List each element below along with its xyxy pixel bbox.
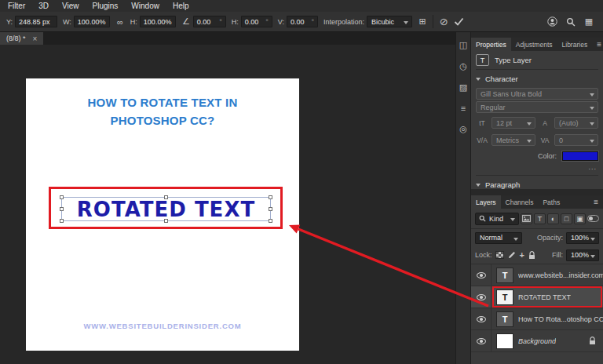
chevron-down-icon	[476, 184, 481, 187]
rotation-input[interactable]: 0.00°	[193, 16, 226, 27]
rotated-text[interactable]: ROTATED TEXT	[77, 198, 255, 221]
more-options-button[interactable]: ...	[588, 163, 597, 171]
transform-handle-middle-right[interactable]	[269, 207, 272, 211]
type-layer-icon: T	[476, 54, 489, 66]
skew-v-group: V: 0.00°	[278, 16, 318, 27]
hatched-square-panel-icon[interactable]: ▨	[459, 82, 467, 93]
character-title: Character	[485, 75, 518, 83]
transform-handle-bottom-right[interactable]	[269, 219, 272, 223]
filter-toggle-switch[interactable]	[587, 215, 599, 222]
type-layer-thumbnail[interactable]: T	[497, 268, 513, 282]
list-lines-panel-icon[interactable]: ≡	[461, 104, 466, 113]
cancel-transform-icon[interactable]: ⊘	[439, 16, 448, 27]
text-color-swatch[interactable]	[562, 151, 598, 161]
skew-h-input[interactable]: 0.00°	[241, 16, 272, 27]
w-label: W:	[63, 18, 71, 26]
height-input[interactable]: 100.00%	[140, 16, 176, 27]
eye-cell[interactable]	[471, 308, 492, 329]
target-circle-panel-icon[interactable]: ◎	[459, 124, 467, 134]
layer-row-rotated-text[interactable]: T ROTATED TEXT	[471, 286, 603, 308]
font-style-select[interactable]: Regular	[476, 101, 598, 113]
background-layer-thumbnail[interactable]	[497, 334, 513, 348]
tab-adjustments[interactable]: Adjustments	[511, 38, 557, 51]
paragraph-section-header[interactable]: Paragraph	[476, 177, 598, 189]
history-clock-icon[interactable]: ◷	[459, 61, 467, 71]
tab-paths[interactable]: Paths	[538, 195, 565, 209]
font-size-select[interactable]: 12 pt	[492, 117, 535, 129]
opacity-select[interactable]: 100%	[566, 232, 599, 244]
tab-layers[interactable]: Layers	[471, 195, 501, 209]
tab-channels[interactable]: Channels	[501, 195, 539, 209]
menu-plugins[interactable]: Plugins	[93, 2, 119, 10]
transform-handle-bottom-center[interactable]	[164, 219, 168, 223]
skew-v-input[interactable]: 0.00°	[287, 16, 318, 27]
type-layer-thumbnail[interactable]: T	[497, 312, 513, 326]
background-lock-icon[interactable]	[589, 337, 596, 345]
opacity-label: Opacity:	[537, 234, 563, 242]
menu-view[interactable]: View	[62, 2, 79, 10]
menu-3d[interactable]: 3D	[38, 2, 49, 10]
width-input[interactable]: 100.00%	[74, 16, 110, 27]
rotation-angle-icon: ∠	[181, 16, 191, 27]
y-position-input[interactable]: 248.85 px	[15, 16, 57, 27]
y-label: Y:	[6, 18, 13, 26]
warp-mode-toggle-icon[interactable]: ⊞	[418, 16, 427, 27]
tracking-select[interactable]: 0	[554, 134, 598, 146]
transform-handle-top-left[interactable]	[60, 195, 64, 199]
visibility-eye-icon	[477, 316, 486, 322]
interpolation-select[interactable]: Bicubic	[367, 16, 412, 27]
layer-row-background[interactable]: Background	[471, 330, 603, 352]
transform-handle-middle-left[interactable]	[60, 207, 64, 211]
eye-cell[interactable]	[471, 286, 492, 308]
adjustment-layer-filter-icon[interactable]: ◐	[547, 213, 559, 224]
font-family-select[interactable]: Gill Sans Ultra Bold	[476, 88, 598, 100]
close-tab-icon[interactable]: ×	[33, 35, 38, 43]
blend-mode-select[interactable]: Normal	[475, 232, 522, 244]
type-layer-thumbnail[interactable]: T	[497, 290, 513, 304]
document-tab[interactable]: (8/8) * ×	[0, 32, 43, 45]
chevron-down-icon	[476, 78, 481, 81]
search-icon[interactable]	[566, 17, 576, 27]
character-section-header[interactable]: Character	[476, 71, 598, 86]
layers-panel-menu-icon[interactable]: ≡	[589, 195, 603, 209]
shape-layer-filter-icon[interactable]: □	[561, 213, 572, 224]
transform-options-bar: Y: 248.85 px W: 100.00% ∞ H: 100.00% ∠ 0…	[0, 12, 603, 32]
transform-handle-bottom-left[interactable]	[60, 219, 64, 223]
tab-properties[interactable]: Properties	[471, 38, 511, 51]
split-columns-panel-icon[interactable]: ◫	[459, 40, 467, 50]
menu-filter[interactable]: Filter	[8, 2, 25, 10]
layer-row-how-to-rotate[interactable]: T How TO Rota...otoshop CC?	[471, 308, 603, 330]
account-icon[interactable]	[547, 16, 557, 27]
menu-help[interactable]: Help	[173, 2, 189, 10]
lock-position-icon[interactable]: +	[520, 251, 524, 260]
eye-cell[interactable]	[471, 330, 492, 351]
text-color-row: Color:	[476, 151, 598, 161]
layer-row-websitebuilder[interactable]: T www.websiteb...insider.com	[471, 264, 603, 286]
transform-handle-top-center[interactable]	[164, 195, 168, 199]
workspace-grid-icon[interactable]: ▦	[584, 16, 594, 27]
leading-select[interactable]: (Auto)	[554, 117, 598, 129]
kerning-select[interactable]: Metrics	[492, 134, 535, 146]
properties-panel-menu-icon[interactable]: ≡	[592, 38, 603, 51]
menu-window[interactable]: Window	[131, 2, 159, 10]
fill-select[interactable]: 100%	[566, 249, 599, 261]
options-right-icons: ▦	[547, 16, 597, 27]
lock-image-pixels-icon[interactable]	[508, 251, 516, 259]
properties-panel-tabs: Properties Adjustments Libraries ≡	[471, 38, 603, 51]
layer-name: How TO Rota...otoshop CC?	[518, 315, 603, 323]
lock-all-icon[interactable]	[528, 251, 535, 260]
lock-transparent-pixels-icon[interactable]	[495, 251, 504, 259]
smart-object-filter-icon[interactable]: ▣	[574, 213, 586, 224]
commit-transform-icon[interactable]	[454, 17, 464, 26]
transform-bounding-box[interactable]: ROTATED TEXT	[61, 197, 271, 221]
type-layer-filter-icon[interactable]: T	[534, 213, 546, 224]
y-position-group: Y: 248.85 px	[6, 16, 57, 27]
layer-name: ROTATED TEXT	[518, 293, 571, 301]
skew-h-group: H: 0.00°	[232, 16, 272, 27]
kind-filter-select[interactable]: Kind	[475, 213, 519, 225]
transform-handle-top-right[interactable]	[269, 195, 272, 199]
eye-cell[interactable]	[471, 264, 492, 286]
maintain-aspect-ratio-icon[interactable]: ∞	[115, 17, 125, 27]
tab-libraries[interactable]: Libraries	[557, 38, 593, 51]
pixel-layer-filter-icon[interactable]	[521, 213, 532, 224]
